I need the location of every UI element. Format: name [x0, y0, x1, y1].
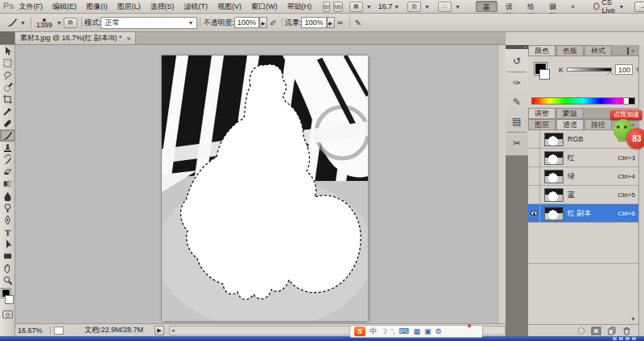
- menu-help[interactable]: 帮助(H): [282, 1, 316, 13]
- ime-punctuation-icon[interactable]: ’,: [391, 326, 395, 337]
- menu-edit[interactable]: 编辑(E): [47, 1, 81, 13]
- new-channel-icon[interactable]: [606, 327, 617, 335]
- clone-source-panel-icon[interactable]: ✎: [508, 93, 526, 111]
- flow-slider-button[interactable]: ▶: [327, 17, 335, 28]
- sogou-logo-icon[interactable]: S: [354, 327, 365, 336]
- background-color-swatch[interactable]: [5, 295, 14, 304]
- zoom-level-dropdown[interactable]: 16.7 ▼: [378, 2, 399, 10]
- quick-selection-tool[interactable]: [0, 81, 15, 93]
- ime-language-toggle[interactable]: 中: [369, 326, 377, 337]
- info-panel-icon[interactable]: ▤: [508, 113, 526, 130]
- k-slider[interactable]: [567, 68, 612, 72]
- k-slider-thumb[interactable]: [607, 72, 613, 76]
- promo-ribbon-label[interactable]: 点我加速: [610, 110, 642, 120]
- menu-select[interactable]: 选择(S): [145, 1, 179, 13]
- clone-stamp-tool[interactable]: [0, 142, 15, 154]
- k-value-field[interactable]: 100: [615, 64, 633, 75]
- minimize-button[interactable]: —: [634, 2, 644, 12]
- tab-swatches[interactable]: 色板: [556, 45, 584, 55]
- crop-tool[interactable]: [0, 93, 15, 105]
- bridge-icon[interactable]: Br: [323, 2, 330, 12]
- opacity-field[interactable]: 100%: [234, 17, 259, 28]
- hand-tool[interactable]: [0, 262, 15, 274]
- tab-close-icon[interactable]: ×: [126, 35, 130, 43]
- move-tool[interactable]: [0, 45, 15, 57]
- brush-size-picker[interactable]: 1399: [36, 18, 52, 27]
- channel-row-red-copy[interactable]: 红 副本 Ctrl+6: [528, 204, 638, 223]
- zoom-tool[interactable]: [0, 274, 15, 286]
- color-spectrum-ramp[interactable]: [531, 97, 635, 105]
- panel-scroll-down-icon[interactable]: ▼: [630, 316, 636, 322]
- tab-masks[interactable]: 蒙版: [556, 108, 584, 118]
- screen-mode-dropdown[interactable]: ⛶ ▼: [436, 2, 460, 12]
- brush-tool-preset[interactable]: ▼: [6, 17, 26, 28]
- panel-scrollbar[interactable]: [638, 45, 644, 336]
- menu-view[interactable]: 视图(V): [213, 1, 246, 13]
- tab-paths[interactable]: 路径: [584, 119, 612, 129]
- delete-channel-icon[interactable]: [621, 327, 632, 335]
- blend-mode-select[interactable]: 正常 ▼: [101, 17, 197, 29]
- tab-layers[interactable]: 图层: [528, 119, 555, 129]
- workspace-design[interactable]: 设计: [499, 1, 519, 12]
- promo-overlay[interactable]: 点我加速 83: [609, 110, 644, 157]
- quick-mask-button[interactable]: [2, 310, 13, 318]
- status-menu-arrow-icon[interactable]: ▶: [155, 326, 164, 335]
- brush-presets-panel-icon[interactable]: ✑: [508, 74, 526, 92]
- tab-adjustments[interactable]: 调整: [528, 108, 555, 118]
- slice-panel-icon[interactable]: ✂: [508, 134, 526, 152]
- eyedropper-tool[interactable]: [0, 105, 15, 117]
- cs-live-dropdown[interactable]: CS Live ▼: [593, 0, 624, 14]
- eye-icon[interactable]: [530, 211, 538, 216]
- tab-channels[interactable]: 通道: [556, 119, 584, 129]
- document-tab[interactable]: 素材3.jpg @ 16.7%(红 副本/8) * ×: [14, 31, 136, 44]
- black-swatch[interactable]: [629, 98, 634, 104]
- arrange-documents-dropdown[interactable]: ▥ ▼: [406, 2, 430, 12]
- workspace-more[interactable]: »: [564, 1, 581, 12]
- opacity-slider-button[interactable]: ▶: [259, 17, 267, 28]
- ime-settings-icon[interactable]: ⚙: [436, 326, 442, 337]
- menu-layer[interactable]: 图层(L): [112, 1, 145, 13]
- workspace-painting[interactable]: 绘画: [521, 1, 541, 12]
- save-selection-as-channel-icon[interactable]: [591, 327, 601, 335]
- tab-color[interactable]: 颜色: [528, 45, 555, 55]
- promo-number-badge[interactable]: 83: [626, 128, 644, 149]
- tablet-pressure-opacity-icon[interactable]: ✐: [267, 17, 279, 28]
- system-tray-icons[interactable]: [613, 337, 636, 340]
- white-swatch[interactable]: [623, 98, 629, 104]
- toggle-brush-panel-icon[interactable]: ▤: [64, 18, 77, 28]
- menu-filter[interactable]: 滤镜(T): [179, 1, 213, 13]
- path-selection-tool[interactable]: [0, 238, 15, 250]
- flow-field[interactable]: 100%: [301, 17, 326, 28]
- scroll-left-icon[interactable]: ◂: [171, 327, 175, 334]
- pen-tool[interactable]: [0, 214, 15, 226]
- ime-toolbox-icon[interactable]: ▣: [424, 326, 431, 337]
- windows-taskbar-edge[interactable]: [0, 336, 644, 341]
- airbrush-icon[interactable]: ✏: [335, 17, 347, 28]
- blur-tool[interactable]: [0, 190, 15, 202]
- history-brush-tool[interactable]: [0, 154, 15, 166]
- visibility-cell[interactable]: [528, 149, 540, 167]
- history-panel-icon[interactable]: ↺: [508, 52, 526, 70]
- panel-menu-icon[interactable]: ≡: [627, 47, 637, 55]
- brush-tool[interactable]: [0, 129, 15, 142]
- visibility-cell[interactable]: [528, 167, 540, 186]
- load-selection-icon[interactable]: [576, 327, 586, 335]
- dodge-tool[interactable]: [0, 202, 15, 214]
- workspace-photography[interactable]: 摄影: [543, 1, 563, 12]
- visibility-cell[interactable]: [528, 130, 540, 149]
- background-color-swatch[interactable]: [539, 69, 550, 80]
- tablet-pressure-size-icon[interactable]: ✎: [353, 17, 365, 28]
- gradient-tool[interactable]: [0, 178, 15, 190]
- lasso-tool[interactable]: [0, 69, 15, 81]
- tab-styles[interactable]: 样式: [584, 45, 612, 55]
- eraser-tool[interactable]: [0, 166, 15, 178]
- canvas-area[interactable]: [15, 45, 499, 323]
- ime-keyboard-icon[interactable]: ⌨: [399, 326, 410, 337]
- ime-emoji-icon[interactable]: ▦: [414, 326, 421, 337]
- view-extras-dropdown[interactable]: ▦ ▼: [348, 2, 372, 12]
- workspace-essentials[interactable]: 基本功能: [476, 1, 497, 12]
- status-zoom-field[interactable]: 16.67%: [15, 327, 51, 335]
- channel-row-green[interactable]: 绿 Ctrl+4: [528, 167, 638, 186]
- ime-fullhalf-icon[interactable]: ☽: [381, 326, 387, 337]
- shape-tool[interactable]: [0, 250, 15, 262]
